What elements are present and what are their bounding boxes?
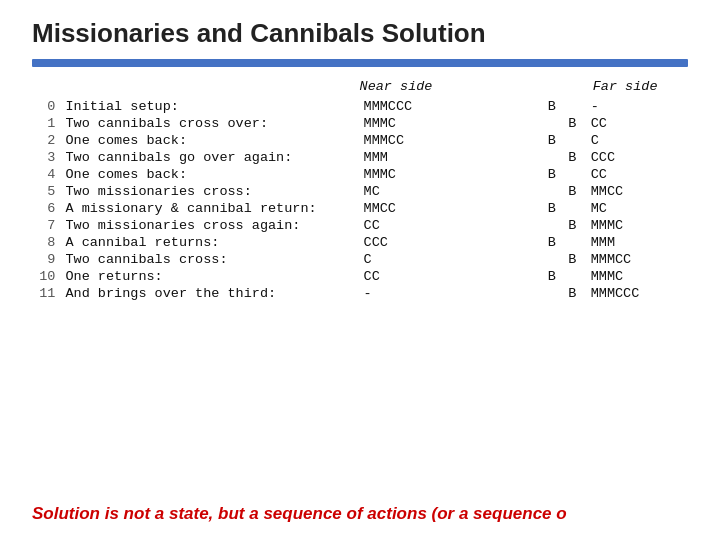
far-state: MC [587,200,688,217]
table-row: 8 A cannibal returns: CCC B MMM [32,234,688,251]
boat-far-indicator: B [564,115,586,132]
step-description: Two missionaries cross again: [61,217,359,234]
table-row: 9 Two cannibals cross: C B MMMCC [32,251,688,268]
far-state: MMMC [587,268,688,285]
far-state: C [587,132,688,149]
near-state: MC [360,183,540,200]
boat-far-indicator [564,200,586,217]
step-number: 5 [32,183,61,200]
boat-near-indicator [540,217,565,234]
near-state: MMMC [360,115,540,132]
near-state: MMCC [360,200,540,217]
boat-far-indicator [564,98,586,115]
boat-far-indicator: B [564,285,586,302]
step-description: A missionary & cannibal return: [61,200,359,217]
boat-near-indicator: B [540,268,565,285]
table-row: 6 A missionary & cannibal return: MMCC B… [32,200,688,217]
far-state: CCC [587,149,688,166]
far-state: MMM [587,234,688,251]
page-title: Missionaries and Cannibals Solution [32,18,688,49]
boat-far-indicator: B [564,217,586,234]
boat-near-indicator: B [540,132,565,149]
boat-near-indicator: B [540,200,565,217]
far-state: MMMCCC [587,285,688,302]
far-state: - [587,98,688,115]
boat-near-indicator [540,251,565,268]
step-number: 2 [32,132,61,149]
boat-far-indicator: B [564,183,586,200]
table-row: 10 One returns: CC B MMMC [32,268,688,285]
boat-near-indicator: B [540,234,565,251]
step-description: Two missionaries cross: [61,183,359,200]
near-state: MMMCCC [360,98,540,115]
table-row: 5 Two missionaries cross: MC B MMCC [32,183,688,200]
boat-near-indicator [540,183,565,200]
step-number: 7 [32,217,61,234]
table-row: 3 Two cannibals go over again: MMM B CCC [32,149,688,166]
table-row: 0 Initial setup: MMMCCC B - [32,98,688,115]
near-state: MMM [360,149,540,166]
col-spacer [564,77,586,98]
step-description: One returns: [61,268,359,285]
table-row: 2 One comes back: MMMCC B C [32,132,688,149]
boat-near-indicator: B [540,166,565,183]
step-description: One comes back: [61,132,359,149]
far-state: MMCC [587,183,688,200]
boat-far-indicator: B [564,149,586,166]
step-description: Two cannibals cross: [61,251,359,268]
solution-table-container: Near side Far side 0 Initial setup: MMMC… [32,77,688,496]
far-state: MMMC [587,217,688,234]
near-state: MMMCC [360,132,540,149]
boat-near-indicator [540,285,565,302]
step-number: 8 [32,234,61,251]
step-description: And brings over the third: [61,285,359,302]
col-desc [61,77,359,98]
near-state: - [360,285,540,302]
step-number: 6 [32,200,61,217]
solution-table: Near side Far side 0 Initial setup: MMMC… [32,77,688,302]
near-state: MMMC [360,166,540,183]
boat-far-indicator [564,132,586,149]
step-number: 10 [32,268,61,285]
far-state: MMMCC [587,251,688,268]
step-number: 4 [32,166,61,183]
near-state: CC [360,268,540,285]
col-far-header: Far side [587,77,688,98]
col-near-header: Near side [360,77,540,98]
near-state: C [360,251,540,268]
table-row: 1 Two cannibals cross over: MMMC B CC [32,115,688,132]
near-state: CC [360,217,540,234]
boat-near-indicator [540,115,565,132]
boat-near-indicator [540,149,565,166]
bottom-note: Solution is not a state, but a sequence … [32,504,688,528]
near-state: CCC [360,234,540,251]
table-row: 11 And brings over the third: - B MMMCCC [32,285,688,302]
table-row: 4 One comes back: MMMC B CC [32,166,688,183]
col-num [32,77,61,98]
step-description: Two cannibals go over again: [61,149,359,166]
step-number: 9 [32,251,61,268]
boat-far-indicator [564,166,586,183]
boat-near-indicator: B [540,98,565,115]
far-state: CC [587,166,688,183]
col-boat [540,77,565,98]
step-description: One comes back: [61,166,359,183]
far-state: CC [587,115,688,132]
step-number: 3 [32,149,61,166]
boat-far-indicator [564,268,586,285]
boat-far-indicator: B [564,251,586,268]
boat-far-indicator [564,234,586,251]
step-description: Initial setup: [61,98,359,115]
accent-bar [32,59,688,67]
step-number: 0 [32,98,61,115]
step-number: 11 [32,285,61,302]
table-row: 7 Two missionaries cross again: CC B MMM… [32,217,688,234]
step-description: A cannibal returns: [61,234,359,251]
step-description: Two cannibals cross over: [61,115,359,132]
step-number: 1 [32,115,61,132]
